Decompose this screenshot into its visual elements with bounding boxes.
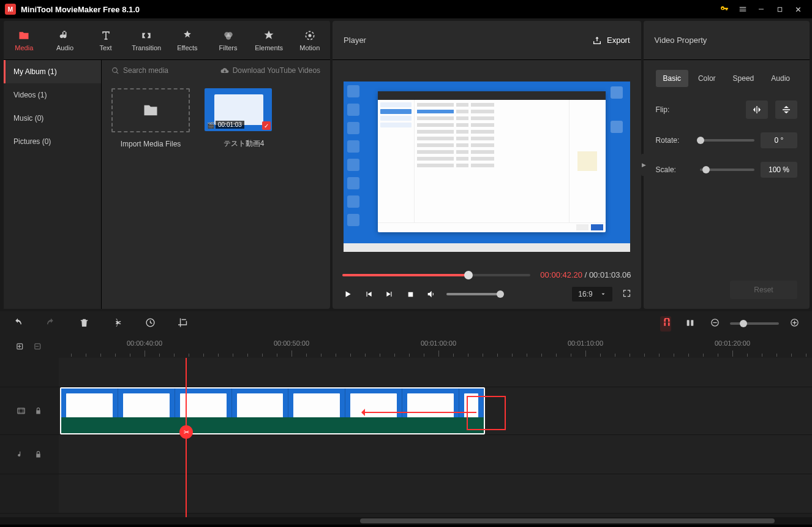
stop-button[interactable] bbox=[405, 289, 416, 300]
media-panel: Media Audio Text Transition Effects Filt… bbox=[4, 21, 330, 309]
chevron-down-icon bbox=[600, 291, 606, 297]
remove-track-icon[interactable] bbox=[34, 343, 43, 352]
license-key-icon[interactable] bbox=[715, 0, 734, 18]
ruler-label: 00:01:00:00 bbox=[421, 339, 456, 347]
sidebar-item-videos[interactable]: Videos (1) bbox=[4, 83, 101, 107]
nav-tab-text[interactable]: Text bbox=[85, 21, 126, 59]
sidebar-item-my-album[interactable]: My Album (1) bbox=[4, 60, 101, 83]
fullscreen-button[interactable] bbox=[622, 289, 631, 300]
prev-frame-button[interactable] bbox=[363, 289, 374, 300]
clip-duration: 00:01:03 bbox=[216, 121, 244, 129]
zoom-in-button[interactable] bbox=[789, 318, 800, 329]
preview-canvas[interactable] bbox=[344, 82, 630, 252]
seek-bar[interactable] bbox=[342, 274, 530, 276]
minimize-button[interactable] bbox=[752, 0, 770, 18]
import-media-button[interactable]: Import Media Files bbox=[111, 88, 190, 149]
folder-icon bbox=[142, 102, 159, 119]
prop-tab-basic[interactable]: Basic bbox=[656, 70, 688, 87]
maximize-button[interactable] bbox=[770, 0, 789, 18]
scale-label: Scale: bbox=[656, 165, 700, 174]
download-youtube-button[interactable]: Download YouTube Videos bbox=[220, 66, 320, 75]
timeline-ruler[interactable]: 00:00:40:0000:00:50:0000:01:00:0000:01:1… bbox=[59, 336, 812, 358]
preview-area bbox=[333, 60, 641, 263]
next-frame-button[interactable] bbox=[384, 289, 395, 300]
nav-label-elements: Elements bbox=[255, 44, 283, 51]
prop-tab-audio[interactable]: Audio bbox=[764, 70, 797, 87]
nav-tab-media[interactable]: Media bbox=[4, 21, 45, 59]
magnet-toggle[interactable] bbox=[660, 316, 671, 332]
player-panel: Player Export bbox=[333, 21, 641, 309]
search-media-input[interactable]: Search media bbox=[111, 66, 216, 75]
menu-icon[interactable] bbox=[734, 0, 752, 18]
zoom-out-button[interactable] bbox=[709, 318, 720, 329]
timeline: 00:00:40:0000:00:50:0000:01:00:0000:01:1… bbox=[0, 311, 812, 525]
add-track-icon[interactable] bbox=[16, 343, 25, 352]
play-button[interactable] bbox=[342, 289, 353, 300]
redo-button[interactable] bbox=[45, 317, 56, 330]
crop-button[interactable] bbox=[178, 317, 189, 330]
speed-button[interactable] bbox=[145, 317, 156, 330]
reset-button[interactable]: Reset bbox=[730, 281, 797, 299]
flip-vertical-button[interactable] bbox=[775, 100, 797, 119]
playhead[interactable]: ✂ bbox=[186, 358, 187, 517]
media-sidebar: My Album (1) Videos (1) Music (0) Pictur… bbox=[4, 60, 102, 309]
ruler-label: 00:00:40:00 bbox=[127, 339, 162, 347]
nav-tab-audio[interactable]: Audio bbox=[45, 21, 86, 59]
lock-icon[interactable] bbox=[34, 450, 42, 458]
undo-button[interactable] bbox=[12, 317, 23, 330]
annotation-trim-arrow bbox=[363, 412, 476, 413]
video-track-icon bbox=[17, 406, 26, 415]
rotate-slider[interactable] bbox=[700, 139, 754, 142]
link-toggle[interactable] bbox=[685, 318, 696, 330]
rotate-label: Rotate: bbox=[656, 136, 700, 145]
rotate-value[interactable]: 0 ° bbox=[761, 132, 797, 148]
app-title: MiniTool MovieMaker Free 8.1.0 bbox=[21, 5, 715, 14]
split-indicator-icon: ✂ bbox=[179, 425, 193, 439]
flip-label: Flip: bbox=[656, 105, 700, 114]
cloud-download-icon bbox=[220, 66, 229, 75]
delete-button[interactable] bbox=[78, 317, 89, 330]
sidebar-item-music[interactable]: Music (0) bbox=[4, 107, 101, 130]
scale-slider[interactable] bbox=[700, 169, 754, 171]
volume-slider[interactable] bbox=[446, 293, 502, 295]
nav-tab-effects[interactable]: Effects bbox=[167, 21, 208, 59]
clip-added-check-icon: ✓ bbox=[262, 121, 271, 130]
player-title: Player bbox=[344, 36, 592, 45]
export-button[interactable]: Export bbox=[592, 36, 630, 45]
lock-icon[interactable] bbox=[34, 407, 42, 415]
timeline-clip[interactable] bbox=[60, 387, 485, 434]
timeline-scrollbar[interactable] bbox=[0, 517, 812, 525]
scale-value[interactable]: 100 % bbox=[761, 162, 797, 178]
import-label: Import Media Files bbox=[111, 140, 190, 148]
split-button[interactable] bbox=[111, 317, 122, 330]
prop-tab-color[interactable]: Color bbox=[691, 70, 723, 87]
nav-label-text: Text bbox=[100, 44, 112, 51]
nav-label-motion: Motion bbox=[299, 44, 320, 51]
svg-point-2 bbox=[225, 34, 230, 39]
film-icon: 🎬 bbox=[207, 122, 214, 129]
aspect-ratio-select[interactable]: 16:9 bbox=[572, 287, 612, 301]
volume-button[interactable] bbox=[426, 289, 437, 300]
property-title: Video Property bbox=[655, 36, 799, 45]
zoom-slider[interactable] bbox=[730, 322, 779, 325]
property-panel: ▶ Video Property Basic Color Speed Audio… bbox=[644, 21, 810, 309]
media-clip-thumbnail[interactable]: 🎬 00:01:03 ✓ テスト動画4 bbox=[205, 88, 283, 149]
nav-label-media: Media bbox=[15, 44, 33, 51]
ruler-label: 00:00:50:00 bbox=[274, 339, 309, 347]
prop-tab-speed[interactable]: Speed bbox=[726, 70, 762, 87]
svg-rect-7 bbox=[687, 320, 690, 325]
time-display: 00:00:42.20 / 00:01:03.06 bbox=[540, 270, 631, 279]
panel-collapse-toggle[interactable]: ▶ bbox=[641, 154, 647, 176]
flip-horizontal-button[interactable] bbox=[746, 100, 768, 119]
nav-tab-elements[interactable]: Elements bbox=[249, 21, 290, 59]
export-icon bbox=[592, 36, 602, 45]
clip-label: テスト動画4 bbox=[205, 138, 283, 149]
nav-tab-filters[interactable]: Filters bbox=[208, 21, 249, 59]
nav-tab-transition[interactable]: Transition bbox=[126, 21, 167, 59]
nav-tab-motion[interactable]: Motion bbox=[289, 21, 330, 59]
sidebar-item-pictures[interactable]: Pictures (0) bbox=[4, 130, 101, 153]
svg-rect-8 bbox=[691, 320, 693, 325]
close-button[interactable] bbox=[789, 0, 807, 18]
video-track-head bbox=[0, 387, 59, 434]
audio-track-icon bbox=[17, 450, 26, 459]
